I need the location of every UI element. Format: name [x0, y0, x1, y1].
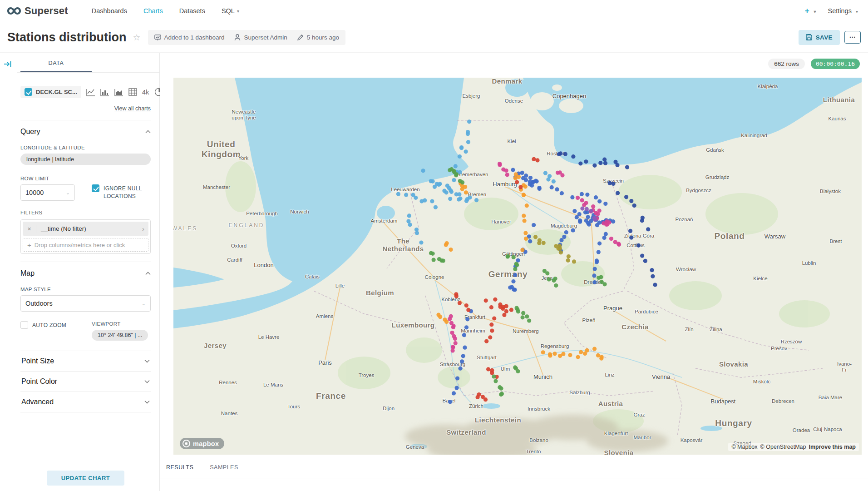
station-dot — [463, 185, 467, 189]
station-dot — [451, 348, 455, 352]
update-chart-button[interactable]: UPDATE CHART — [47, 471, 125, 486]
station-dot — [505, 173, 509, 177]
owner-badge[interactable]: Superset Admin — [234, 34, 287, 41]
save-button[interactable]: SAVE — [799, 30, 840, 45]
tab-samples[interactable]: SAMPLES — [210, 464, 238, 478]
station-dot — [557, 247, 561, 251]
nav-links: DashboardsChartsDatasetsSQL▾ — [84, 0, 247, 22]
viz-type-selected[interactable]: DECK.GL SC... — [20, 86, 81, 98]
station-dot — [629, 199, 633, 203]
station-dot — [513, 288, 517, 292]
view-all-charts: View all charts — [20, 104, 151, 112]
station-dot — [548, 353, 552, 357]
station-dot — [502, 313, 506, 317]
station-dot — [513, 273, 517, 277]
longlat-pill[interactable]: longitude | latitude — [20, 154, 151, 165]
station-dot — [523, 218, 527, 223]
chevron-down-icon — [144, 380, 150, 383]
station-dot — [534, 179, 538, 183]
nav-item-dashboards[interactable]: Dashboards — [84, 0, 135, 22]
bar-chart-icon[interactable] — [100, 88, 109, 96]
filters-label: FILTERS — [20, 210, 151, 215]
map-section-header[interactable]: Map — [20, 269, 151, 278]
nav-right: + ▾ Settings ▾ — [805, 6, 861, 15]
chevron-up-icon — [145, 130, 151, 134]
station-dot — [611, 219, 615, 223]
filter-dropzone[interactable]: + Drop columns/metrics here or click — [23, 238, 148, 252]
query-section-header[interactable]: Query — [20, 128, 151, 136]
expand-datasource-icon[interactable] — [4, 60, 12, 69]
station-dot — [506, 254, 510, 258]
favorite-star-icon[interactable]: ☆ — [133, 32, 141, 43]
nav-item-charts[interactable]: Charts — [135, 0, 171, 22]
chart-header: Stations distribution ☆ Added to 1 dashb… — [0, 22, 868, 53]
plus-icon: + — [27, 241, 31, 249]
station-dot — [585, 193, 589, 197]
station-dot — [562, 235, 566, 239]
station-dot — [593, 267, 597, 271]
station-dot — [572, 209, 577, 213]
station-dot — [546, 178, 550, 182]
filter-pill[interactable]: × __time (No filter) › — [23, 222, 148, 236]
station-dot — [602, 236, 607, 240]
station-dot — [454, 164, 458, 168]
view-all-charts-link[interactable]: View all charts — [114, 105, 151, 112]
more-actions-button[interactable]: ··· — [844, 31, 861, 44]
station-dot — [608, 181, 612, 185]
save-icon — [806, 34, 812, 40]
station-dot — [650, 268, 654, 272]
filters-box: × __time (No filter) › + Drop columns/me… — [20, 219, 151, 254]
viz-4k-shortcut[interactable]: 4k — [142, 88, 149, 96]
table-icon[interactable] — [128, 88, 137, 96]
station-dot — [458, 154, 462, 159]
caret-down-icon: ▾ — [814, 9, 816, 14]
dashboards-badge[interactable]: Added to 1 dashboard — [154, 34, 225, 41]
longlat-label: LONGITUDE & LATITUDE — [20, 145, 151, 150]
mapbox-watermark[interactable]: mapbox — [180, 438, 224, 449]
section-point-size[interactable]: Point Size — [20, 351, 151, 372]
station-dot — [537, 241, 541, 245]
station-dot — [611, 182, 615, 186]
station-dot — [609, 237, 613, 241]
tab-data[interactable]: DATA — [20, 53, 92, 72]
station-dot — [595, 223, 599, 227]
map-canvas[interactable]: DenmarkEsbjergOdenseCopenhagenKlaipėdaLi… — [173, 78, 862, 455]
results-tabs: RESULTSSAMPLES — [160, 455, 868, 478]
station-dot — [653, 283, 657, 287]
osm-attribution-link[interactable]: © OpenStreetMap — [760, 444, 806, 450]
area-chart-icon[interactable] — [114, 88, 123, 96]
station-dot — [515, 180, 519, 184]
chevron-down-icon: ⌄ — [66, 190, 70, 196]
station-dot — [511, 168, 515, 172]
station-dot — [452, 169, 456, 173]
station-dot — [454, 341, 458, 345]
remove-filter-icon[interactable]: × — [23, 225, 36, 233]
station-dot — [629, 236, 633, 240]
ignore-null-checkbox[interactable] — [92, 184, 99, 192]
station-dot — [504, 304, 508, 308]
divider — [20, 120, 151, 120]
section-advanced[interactable]: Advanced — [20, 392, 151, 412]
station-dot — [504, 169, 508, 173]
section-point-color[interactable]: Point Color — [20, 372, 151, 392]
brand[interactable]: Superset — [7, 5, 68, 17]
station-dot — [589, 219, 593, 223]
row-limit-select[interactable]: 10000 ⌄ — [20, 184, 75, 201]
nav-item-datasets[interactable]: Datasets — [171, 0, 213, 22]
station-dot — [604, 232, 608, 236]
last-modified-badge[interactable]: 5 hours ago — [297, 34, 339, 41]
mapbox-attribution-link[interactable]: © Mapbox — [731, 444, 757, 450]
tab-results[interactable]: RESULTS — [166, 464, 193, 478]
improve-map-link[interactable]: Improve this map — [809, 444, 856, 450]
line-chart-icon[interactable] — [86, 88, 95, 96]
auto-zoom-checkbox[interactable] — [20, 321, 28, 329]
settings-menu[interactable]: Settings ▾ — [828, 7, 858, 15]
station-dot — [580, 198, 584, 202]
nav-item-sql[interactable]: SQL▾ — [213, 0, 247, 22]
new-item-menu[interactable]: + ▾ — [805, 6, 816, 15]
station-dot — [570, 195, 574, 199]
map-style-select[interactable]: Outdoors ⌄ — [20, 295, 151, 312]
station-dot — [594, 195, 598, 199]
station-dot — [499, 387, 503, 391]
viewport-pill[interactable]: 10° 24' 49.86" | ... — [92, 330, 148, 341]
